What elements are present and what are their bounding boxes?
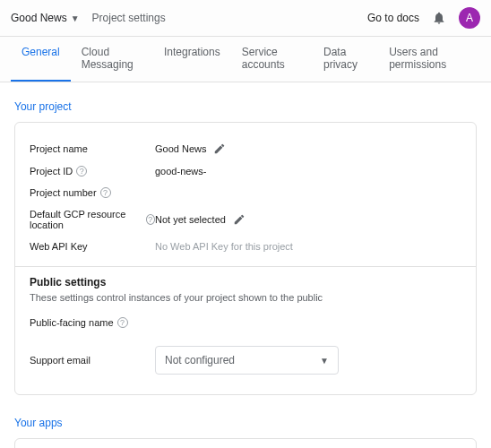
topbar: Good News ▼ Project settings Go to docs … [0, 0, 491, 37]
label-project-id: Project ID [30, 166, 73, 177]
value-project-id: good-news- [155, 166, 206, 177]
label-support-email: Support email [30, 355, 155, 366]
label-project-number: Project number [30, 187, 97, 198]
tab-service-accounts[interactable]: Service accounts [231, 37, 313, 82]
project-card: Project name Good News Project ID ? good… [14, 122, 477, 395]
value-project-name: Good News [155, 143, 206, 154]
tab-general[interactable]: General [11, 37, 71, 82]
tab-cloud-messaging[interactable]: Cloud Messaging [71, 37, 153, 82]
pencil-icon[interactable] [213, 142, 226, 155]
tabs: General Cloud Messaging Integrations Ser… [0, 37, 491, 82]
project-switcher[interactable]: Good News ▼ [11, 12, 80, 24]
bell-icon[interactable] [432, 11, 446, 25]
help-icon[interactable]: ? [146, 214, 155, 225]
avatar[interactable]: A [459, 7, 480, 29]
label-web-api-key: Web API Key [30, 241, 155, 252]
section-your-project: Your project [14, 100, 477, 113]
help-icon[interactable]: ? [76, 166, 87, 177]
support-email-select[interactable]: Not configured ▼ [155, 346, 339, 375]
help-icon[interactable]: ? [117, 317, 128, 328]
goto-docs-link[interactable]: Go to docs [367, 12, 419, 24]
tab-users-permissions[interactable]: Users and permissions [378, 37, 480, 82]
project-name: Good News [11, 12, 67, 24]
chevron-down-icon: ▼ [320, 356, 329, 366]
tab-data-privacy[interactable]: Data privacy [313, 37, 378, 82]
label-project-name: Project name [30, 143, 155, 154]
breadcrumb: Project settings [92, 12, 166, 24]
value-web-api-key: No Web API Key for this project [155, 241, 293, 252]
section-your-apps: Your apps [14, 417, 477, 429]
tab-integrations[interactable]: Integrations [153, 37, 231, 82]
apps-card: There are no apps in your project Select… [14, 438, 477, 448]
label-gcp-location: Default GCP resource location [30, 209, 142, 230]
chevron-down-icon: ▼ [71, 13, 80, 23]
label-public-name: Public-facing name [30, 317, 114, 328]
help-icon[interactable]: ? [100, 187, 111, 198]
pencil-icon[interactable] [233, 213, 246, 226]
support-email-selected: Not configured [165, 354, 235, 366]
value-gcp-location: Not yet selected [155, 214, 226, 225]
public-settings-header: Public settings [30, 276, 461, 289]
public-settings-subtext: These settings control instances of your… [30, 292, 461, 303]
